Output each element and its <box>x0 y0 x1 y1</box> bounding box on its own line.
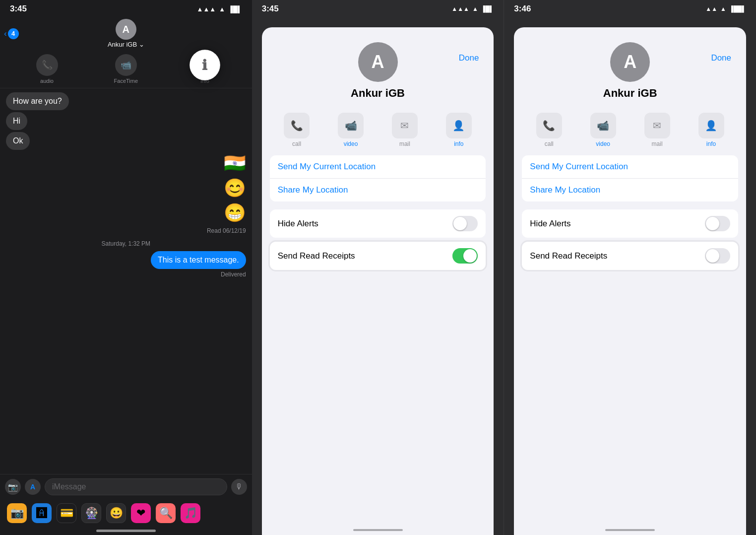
send-receipts-row-2: Send Read Receipts <box>270 242 486 270</box>
hide-alerts-toggle-3[interactable] <box>705 216 730 231</box>
hide-alerts-row-2: Hide Alerts <box>270 209 486 238</box>
facetime-icon-bg: 📹 <box>115 54 137 76</box>
done-button-2[interactable]: Done <box>459 53 479 63</box>
appstore-icon: A <box>30 483 35 491</box>
info-action[interactable]: ℹ info <box>194 54 216 84</box>
audio-action[interactable]: 📞 audio <box>36 54 58 84</box>
hide-alerts-row-3: Hide Alerts <box>522 209 738 238</box>
info-icon-bg: ℹ <box>189 50 220 80</box>
info-mail-icon: ✉ <box>392 113 418 138</box>
info-screen-2: 3:45 ▲▲▲ ▲ ▐█▌ Done A Ankur iGB <box>252 0 504 535</box>
toggle-knob-3 <box>706 217 719 230</box>
send-receipts-label-3: Send Read Receipts <box>530 251 607 261</box>
video-cam-icon: 📹 <box>345 120 357 132</box>
info-info-label-3: info <box>706 140 716 147</box>
dock-memoji[interactable]: 😀 <box>106 503 126 523</box>
info-call-action[interactable]: 📞 call <box>284 113 310 147</box>
info-mail-label: mail <box>399 140 410 147</box>
messages-area: How are you? Hi Ok 🇮🇳 😊 😁 Read 06/12/19 … <box>0 88 252 474</box>
info-screen-3: 3:46 ▲▲ ▲ ▐██▌ Done A Ankur iGB <box>504 0 756 535</box>
microphone-icon: 🎙 <box>235 482 243 491</box>
phone-2: 3:45 ▲▲▲ ▲ ▐█▌ Done A Ankur iGB <box>252 0 504 535</box>
message-test: This is a test message. <box>151 251 246 269</box>
camera-button[interactable]: 📷 <box>5 479 21 495</box>
status-time-2: 3:45 <box>262 4 279 14</box>
imessage-input[interactable]: iMessage <box>45 478 227 495</box>
status-bar-2: 3:45 ▲▲▲ ▲ ▐█▌ <box>252 0 504 16</box>
back-button[interactable]: ‹ 4 <box>4 28 19 39</box>
share-location-button-2[interactable]: Share My Location <box>270 179 486 201</box>
info-call-action-3[interactable]: 📞 call <box>536 113 562 147</box>
call-icon: 📞 <box>291 120 303 132</box>
video-cam-icon-3: 📹 <box>597 120 609 132</box>
messages-screen: 3:45 ▲▲▲ ▲ ▐█▌ ‹ 4 A Ankur iGB ⌄ <box>0 0 252 535</box>
signal-icon-2: ▲▲▲ <box>451 5 469 12</box>
status-icons-3: ▲▲ ▲ ▐██▌ <box>705 5 746 12</box>
signal-icon-3: ▲▲ <box>705 5 717 12</box>
info-call-label-3: call <box>545 140 554 147</box>
status-icons-1: ▲▲▲ ▲ ▐█▌ <box>197 5 242 13</box>
dock-search[interactable]: 🔍 <box>156 503 176 523</box>
message-hi: Hi <box>6 112 27 130</box>
message-grin: 😁 <box>224 201 246 224</box>
message-ok: Ok <box>6 132 30 150</box>
video-icon: 📹 <box>121 60 131 70</box>
info-video-label: video <box>344 140 358 147</box>
send-receipts-toggle-2[interactable] <box>452 248 478 264</box>
info-info-action-3[interactable]: 👤 info <box>698 113 724 147</box>
status-bar-3: 3:46 ▲▲ ▲ ▐██▌ <box>504 0 756 16</box>
dock-color[interactable]: 🎡 <box>81 503 101 523</box>
info-mail-action[interactable]: ✉ mail <box>392 113 418 147</box>
info-contact-name-2: Ankur iGB <box>351 87 405 100</box>
hide-alerts-label-3: Hide Alerts <box>530 219 570 229</box>
phone-1: 3:45 ▲▲▲ ▲ ▐█▌ ‹ 4 A Ankur iGB ⌄ <box>0 0 252 535</box>
contact-name-nav: Ankur iGB ⌄ <box>108 41 144 48</box>
info-sheet-3: Done A Ankur iGB 📞 call � <box>514 27 746 535</box>
avatar-nav: A <box>116 19 136 40</box>
info-info-icon-3: 👤 <box>698 113 724 138</box>
battery-icon-2: ▐█▌ <box>481 5 494 12</box>
nav-contact-info[interactable]: A Ankur iGB ⌄ <box>108 19 144 48</box>
message-how-are-you: How are you? <box>6 92 69 110</box>
signal-icon: ▲▲▲ <box>197 5 216 13</box>
send-location-button-3[interactable]: Send My Current Location <box>522 155 738 179</box>
dock-appstore[interactable]: 🅰 <box>32 503 52 523</box>
dock-music[interactable]: 🎵 <box>181 503 200 523</box>
share-location-button-3[interactable]: Share My Location <box>522 179 738 201</box>
input-bar: 📷 A iMessage 🎙 <box>0 474 252 499</box>
dock-photos[interactable]: 📷 <box>7 503 27 523</box>
person-icon-3: 👤 <box>705 120 717 132</box>
info-sheet-2: Done A Ankur iGB 📞 call � <box>262 27 494 535</box>
info-info-label: info <box>454 140 463 147</box>
chevron-left-icon: ‹ <box>4 29 7 39</box>
info-actions-2: 📞 call 📹 video ✉ mail <box>262 108 494 155</box>
camera-icon: 📷 <box>8 482 18 492</box>
back-count-badge: 4 <box>8 28 19 39</box>
avatar-section-3: A Ankur iGB <box>514 27 746 108</box>
info-call-icon: 📞 <box>284 113 310 138</box>
dock-applepay[interactable]: 💳 <box>57 503 76 523</box>
appstore-button[interactable]: A <box>25 479 41 495</box>
hide-alerts-toggle-2[interactable] <box>452 216 478 231</box>
read-receipt: Read 06/12/19 <box>207 227 246 234</box>
send-receipts-toggle-3[interactable] <box>705 248 730 264</box>
info-video-action-3[interactable]: 📹 video <box>590 113 616 147</box>
facetime-action[interactable]: 📹 FaceTime <box>114 54 138 84</box>
info-video-action[interactable]: 📹 video <box>338 113 364 147</box>
info-mail-action-3[interactable]: ✉ mail <box>644 113 670 147</box>
nav-bar-1: ‹ 4 A Ankur iGB ⌄ <box>0 16 252 50</box>
dock-heart[interactable]: ❤ <box>131 503 151 523</box>
voice-button[interactable]: 🎙 <box>231 479 247 495</box>
toggle-knob-receipts-3 <box>706 249 719 263</box>
status-bar-1: 3:45 ▲▲▲ ▲ ▐█▌ <box>0 0 252 16</box>
info-info-action[interactable]: 👤 info <box>446 113 472 147</box>
info-avatar-2: A <box>358 42 398 82</box>
wifi-icon: ▲ <box>219 5 225 13</box>
phone-icon: 📞 <box>42 60 53 70</box>
info-location-list-3: Send My Current Location Share My Locati… <box>522 155 738 201</box>
toggle-knob-receipts-2 <box>463 249 477 263</box>
done-button-3[interactable]: Done <box>711 53 731 63</box>
send-location-button-2[interactable]: Send My Current Location <box>270 155 486 179</box>
info-call-icon-3: 📞 <box>536 113 562 138</box>
info-video-label-3: video <box>596 140 610 147</box>
